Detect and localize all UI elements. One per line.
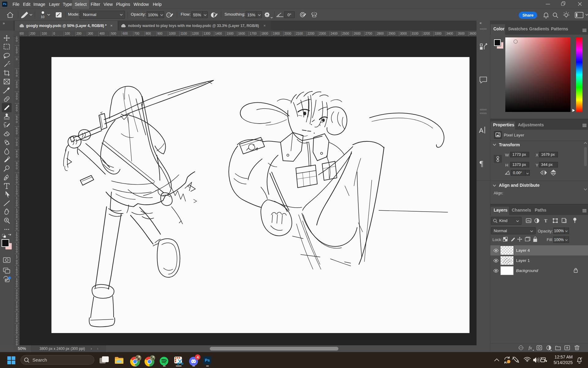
svg-text:2500: 2500: [342, 32, 349, 35]
svg-text:¶: ¶: [480, 159, 483, 168]
svg-text:0: 0: [16, 331, 17, 334]
svg-text:0: 0: [16, 57, 17, 61]
svg-text:3100: 3100: [412, 32, 419, 35]
svg-text:0: 0: [16, 192, 17, 195]
svg-text:0: 0: [16, 143, 17, 147]
svg-text:2800: 2800: [377, 32, 384, 35]
svg-text:0: 0: [16, 273, 17, 276]
svg-text:0: 0: [16, 319, 17, 323]
svg-text:0: 0: [16, 204, 17, 207]
svg-text:400: 400: [100, 32, 105, 35]
svg-text:2900: 2900: [389, 32, 396, 35]
svg-text:z: z: [581, 357, 582, 359]
svg-text:fx: fx: [529, 345, 532, 350]
svg-text:2100: 2100: [296, 32, 303, 35]
svg-text:0: 0: [53, 32, 55, 35]
svg-text:0: 0: [16, 296, 17, 300]
svg-text:0: 0: [16, 181, 17, 184]
svg-text:T: T: [544, 218, 547, 223]
svg-text:1400: 1400: [215, 32, 222, 35]
svg-text:500: 500: [111, 32, 116, 35]
svg-text:A: A: [479, 127, 484, 134]
svg-text:100: 100: [65, 32, 70, 35]
svg-text:0: 0: [16, 51, 17, 54]
svg-text:1500: 1500: [227, 32, 234, 35]
svg-text:200: 200: [77, 32, 82, 35]
svg-text:«: «: [480, 21, 482, 25]
svg-text:1300: 1300: [204, 32, 211, 35]
svg-text:2000: 2000: [285, 32, 292, 35]
svg-text:0: 0: [16, 215, 17, 219]
svg-text:3300: 3300: [435, 32, 442, 35]
svg-text:0: 0: [16, 97, 17, 100]
svg-text:3500: 3500: [458, 32, 465, 35]
svg-text:3200: 3200: [423, 32, 430, 35]
svg-text:0: 0: [16, 250, 17, 253]
svg-text:300: 300: [88, 32, 93, 35]
svg-text:1900: 1900: [273, 32, 280, 35]
svg-text:0: 0: [16, 285, 17, 288]
svg-text:0: 0: [16, 132, 17, 135]
svg-text:2400: 2400: [331, 32, 338, 35]
svg-text:3400: 3400: [446, 32, 453, 35]
svg-text:1000: 1000: [169, 32, 176, 35]
svg-text:10: 10: [41, 15, 44, 19]
svg-text:0: 0: [16, 262, 17, 265]
svg-text:0: 0: [16, 39, 17, 42]
svg-text:0: 0: [16, 167, 17, 170]
svg-text:0: 0: [16, 238, 17, 242]
svg-text:4: 4: [197, 355, 199, 359]
svg-text:2600: 2600: [354, 32, 361, 35]
svg-text:1200: 1200: [192, 32, 199, 35]
svg-text:1700: 1700: [250, 32, 257, 35]
svg-text:0: 0: [16, 85, 17, 89]
svg-text:700: 700: [134, 32, 139, 35]
svg-text:0: 0: [16, 120, 17, 124]
svg-text:0: 0: [16, 343, 17, 345]
svg-text:0: 0: [16, 109, 17, 112]
svg-text:900: 900: [157, 32, 163, 35]
svg-text:600: 600: [123, 32, 128, 35]
svg-text:0: 0: [16, 155, 17, 158]
svg-text:2700: 2700: [365, 32, 372, 35]
svg-text:0: 0: [16, 227, 17, 230]
svg-text:800: 800: [146, 32, 151, 35]
svg-text:1600: 1600: [238, 32, 245, 35]
svg-text:0: 0: [16, 308, 17, 311]
svg-text:1800: 1800: [261, 32, 268, 35]
svg-text:200: 200: [30, 32, 36, 35]
svg-text:0: 0: [16, 74, 17, 77]
svg-text:100: 100: [42, 32, 47, 35]
svg-text:2200: 2200: [307, 32, 315, 35]
svg-text:3600: 3600: [469, 32, 477, 35]
svg-text:1100: 1100: [180, 32, 187, 35]
svg-text:2300: 2300: [319, 32, 326, 35]
svg-text:3000: 3000: [400, 32, 407, 35]
